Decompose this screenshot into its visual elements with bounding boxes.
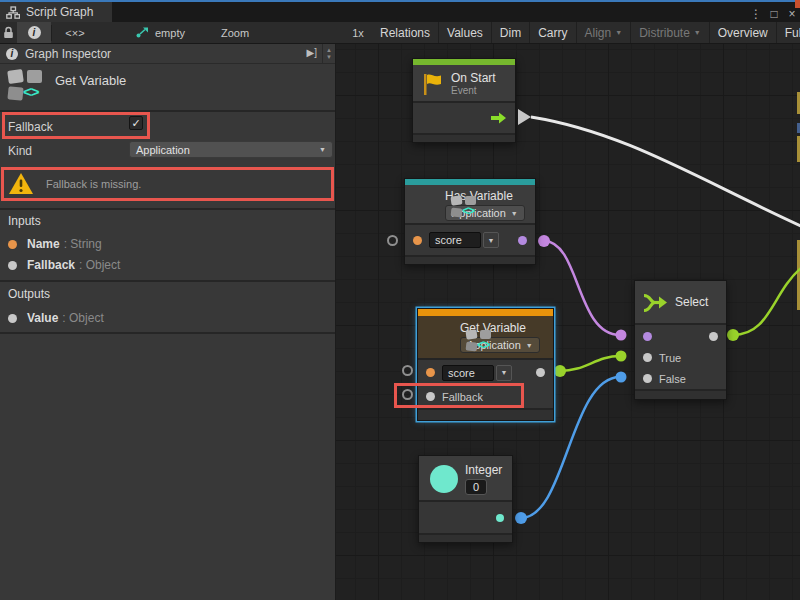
node-title: On Start bbox=[451, 71, 509, 85]
select-true-row: True bbox=[635, 347, 726, 368]
inspected-unit-title: Get Variable bbox=[55, 73, 126, 88]
node-footer bbox=[418, 408, 553, 420]
graph-inspector-panel: i Graph Inspector ▶] ▲ ▼ <> Get Variable… bbox=[0, 44, 336, 600]
node-title: Select bbox=[675, 295, 708, 309]
section-divider bbox=[0, 332, 335, 334]
node-footer bbox=[419, 533, 512, 542]
window-maximize-button[interactable]: □ bbox=[766, 4, 782, 24]
node-has-variable[interactable]: <> Has Variable Application ▼ score ▼ bbox=[404, 178, 536, 265]
code-icon: <×> bbox=[65, 27, 84, 39]
inspector-toggle-button[interactable]: i bbox=[17, 22, 51, 43]
select-condition-row bbox=[635, 325, 726, 347]
has-variable-header: <> Has Variable Application ▼ bbox=[405, 185, 535, 225]
scroll-down-icon[interactable]: ▼ bbox=[326, 54, 332, 61]
graph-ref-icon bbox=[136, 27, 149, 38]
unconnected-port-indicator bbox=[402, 365, 413, 376]
scroll-up-icon[interactable]: ▲ bbox=[326, 47, 332, 54]
name-input-port[interactable] bbox=[426, 368, 435, 377]
inputs-section-title: Inputs bbox=[8, 214, 41, 228]
graph-reference-breadcrumb[interactable]: empty bbox=[136, 22, 216, 43]
port-dot bbox=[8, 240, 17, 249]
node-footer bbox=[413, 133, 515, 142]
annotation-fallback-port bbox=[394, 383, 524, 408]
true-input-port[interactable] bbox=[643, 353, 652, 362]
node-integer[interactable]: Integer 0 bbox=[418, 455, 513, 543]
corner-marker bbox=[795, 0, 800, 8]
name-input-port[interactable] bbox=[413, 236, 422, 245]
false-port-label: False bbox=[659, 373, 686, 385]
chevron-down-icon: ▼ bbox=[615, 29, 622, 36]
full-screen-button[interactable]: Full Screen bbox=[777, 22, 800, 43]
tab-script-graph[interactable]: Script Graph bbox=[0, 2, 112, 22]
dim-button[interactable]: Dim bbox=[492, 22, 529, 43]
node-footer bbox=[405, 255, 535, 264]
info-icon: i bbox=[6, 48, 18, 60]
flag-icon bbox=[420, 71, 446, 97]
code-view-button[interactable]: <×> bbox=[51, 22, 99, 43]
panel-scroll-arrows[interactable]: ▲ ▼ bbox=[322, 44, 335, 64]
dock-panel-icon[interactable]: ▶] bbox=[307, 47, 317, 58]
integer-header: Integer 0 bbox=[419, 456, 512, 502]
true-port-label: True bbox=[659, 352, 681, 364]
window-menu-button[interactable]: ⋮ bbox=[748, 4, 764, 24]
chevron-down-icon: ▼ bbox=[526, 342, 533, 349]
chevron-down-icon: ▼ bbox=[511, 210, 518, 217]
variable-name-field[interactable]: score ▼ bbox=[429, 232, 499, 248]
on-start-flow-row bbox=[413, 103, 515, 133]
graph-canvas[interactable] bbox=[336, 44, 800, 600]
unconnected-port-indicator bbox=[387, 235, 398, 246]
toolbar-button-group: Relations Values Dim Carry Align ▼ Distr… bbox=[372, 22, 800, 43]
input-row-fallback: Fallback : Object bbox=[8, 257, 120, 273]
node-subtitle: Event bbox=[451, 85, 509, 96]
integer-value-field[interactable]: 0 bbox=[465, 479, 487, 495]
kind-field-label: Kind bbox=[8, 144, 32, 158]
flow-connection-arrow[interactable] bbox=[518, 109, 531, 125]
node-footer bbox=[635, 389, 726, 399]
annotation-fallback-field bbox=[2, 112, 150, 139]
get-variable-color-bar bbox=[418, 309, 553, 316]
condition-input-port[interactable] bbox=[643, 332, 652, 341]
false-input-port[interactable] bbox=[643, 374, 652, 383]
port-dot bbox=[8, 314, 17, 323]
variable-name-field[interactable]: score ▼ bbox=[442, 365, 512, 381]
lock-button[interactable] bbox=[0, 22, 17, 43]
input-row-name: Name : String bbox=[8, 236, 102, 252]
boolean-output-port[interactable] bbox=[518, 236, 527, 245]
port-dot bbox=[8, 261, 17, 270]
kind-dropdown[interactable]: Application ▼ bbox=[129, 141, 333, 158]
integer-output-port[interactable] bbox=[496, 514, 504, 522]
node-on-start[interactable]: On Start Event bbox=[412, 58, 516, 143]
chevron-down-icon: ▼ bbox=[694, 29, 701, 36]
value-output-port[interactable] bbox=[536, 368, 545, 377]
graph-inspector-header: i Graph Inspector ▶] ▲ ▼ bbox=[0, 44, 335, 64]
node-select[interactable]: Select True False bbox=[634, 280, 727, 400]
align-button[interactable]: Align ▼ bbox=[577, 22, 631, 43]
has-variable-port-row: score ▼ bbox=[405, 225, 535, 255]
carry-button[interactable]: Carry bbox=[530, 22, 575, 43]
outputs-section-title: Outputs bbox=[8, 287, 50, 301]
chevron-down-icon: ▼ bbox=[319, 146, 326, 153]
script-graph-window: Script Graph ⋮ □ × i <×> empty bbox=[0, 0, 800, 600]
chevron-down-icon[interactable]: ▼ bbox=[496, 365, 512, 381]
select-merge-icon bbox=[642, 291, 668, 315]
zoom-label: Zoom bbox=[218, 22, 252, 43]
node-title: Integer bbox=[465, 463, 506, 477]
selection-output-port[interactable] bbox=[709, 332, 718, 341]
flow-output-port[interactable] bbox=[491, 112, 507, 124]
tab-label: Script Graph bbox=[26, 5, 93, 19]
get-variable-header: <> Get Variable Application ▼ bbox=[418, 316, 553, 360]
graph-toolbar: i <×> empty Zoom 1x Relations Values Dim bbox=[0, 22, 800, 44]
select-false-row: False bbox=[635, 368, 726, 389]
chevron-down-icon[interactable]: ▼ bbox=[483, 232, 499, 248]
on-start-header: On Start Event bbox=[413, 65, 515, 103]
section-divider bbox=[0, 280, 335, 282]
inspector-title: Graph Inspector bbox=[25, 47, 111, 61]
overview-button[interactable]: Overview bbox=[710, 22, 776, 43]
info-icon: i bbox=[28, 26, 41, 39]
get-variable-name-row: score ▼ bbox=[418, 360, 553, 385]
relations-button[interactable]: Relations bbox=[372, 22, 438, 43]
annotation-warning bbox=[1, 167, 334, 201]
select-header: Select bbox=[635, 281, 726, 325]
distribute-button[interactable]: Distribute ▼ bbox=[631, 22, 709, 43]
values-button[interactable]: Values bbox=[439, 22, 491, 43]
